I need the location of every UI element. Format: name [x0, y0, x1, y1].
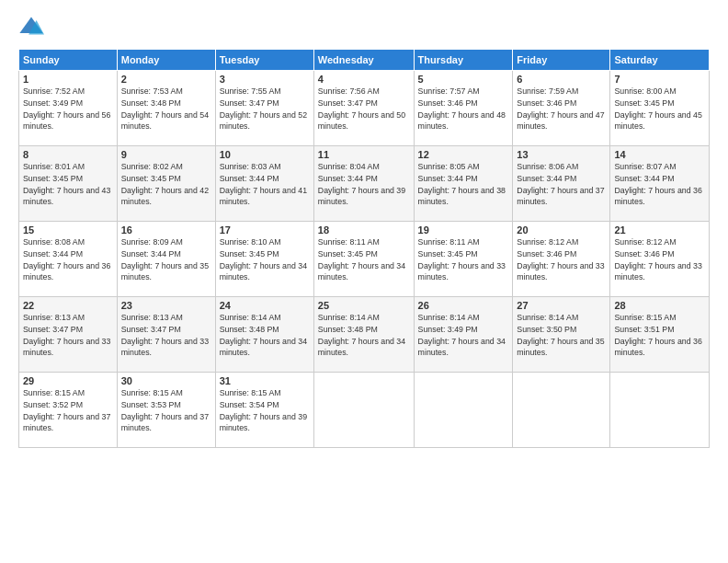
sunrise-label: Sunrise: 7:55 AM	[220, 86, 281, 96]
daylight-label: Daylight: 7 hours and 34 minutes.	[318, 337, 405, 358]
day-info: Sunrise: 8:05 AM Sunset: 3:44 PM Dayligh…	[418, 161, 509, 208]
day-info: Sunrise: 7:56 AM Sunset: 3:47 PM Dayligh…	[318, 86, 410, 132]
day-info: Sunrise: 8:08 AM Sunset: 3:44 PM Dayligh…	[23, 236, 113, 283]
day-number: 5	[418, 74, 509, 85]
day-info: Sunrise: 8:12 AM Sunset: 3:46 PM Dayligh…	[517, 236, 606, 283]
calendar-cell: 6 Sunrise: 7:59 AM Sunset: 3:46 PM Dayli…	[513, 71, 610, 146]
day-info: Sunrise: 8:14 AM Sunset: 3:48 PM Dayligh…	[318, 312, 410, 359]
sunset-label: Sunset: 3:44 PM	[614, 174, 674, 183]
daylight-label: Daylight: 7 hours and 33 minutes.	[121, 337, 209, 358]
sunset-label: Sunset: 3:45 PM	[23, 174, 83, 183]
sunset-label: Sunset: 3:44 PM	[121, 249, 181, 259]
daylight-label: Daylight: 7 hours and 37 minutes.	[121, 412, 209, 433]
day-info: Sunrise: 8:01 AM Sunset: 3:45 PM Dayligh…	[23, 161, 113, 208]
daylight-label: Daylight: 7 hours and 48 minutes.	[418, 110, 506, 132]
sunrise-label: Sunrise: 8:14 AM	[220, 313, 281, 322]
day-info: Sunrise: 7:57 AM Sunset: 3:46 PM Dayligh…	[418, 86, 509, 132]
day-info: Sunrise: 8:00 AM Sunset: 3:45 PM Dayligh…	[614, 86, 705, 132]
daylight-label: Daylight: 7 hours and 39 minutes.	[220, 412, 307, 433]
sunrise-label: Sunrise: 8:08 AM	[23, 237, 85, 247]
daylight-label: Daylight: 7 hours and 35 minutes.	[517, 337, 604, 358]
sunrise-label: Sunrise: 8:06 AM	[517, 162, 578, 171]
sunset-label: Sunset: 3:48 PM	[121, 98, 181, 108]
day-number: 15	[23, 224, 113, 236]
calendar-header-row: SundayMondayTuesdayWednesdayThursdayFrid…	[19, 50, 710, 71]
sunrise-label: Sunrise: 8:12 AM	[517, 237, 578, 247]
day-number: 11	[318, 149, 410, 160]
day-info: Sunrise: 8:06 AM Sunset: 3:44 PM Dayligh…	[517, 161, 606, 208]
calendar-cell: 13 Sunrise: 8:06 AM Sunset: 3:44 PM Dayl…	[513, 146, 610, 222]
calendar-cell: 2 Sunrise: 7:53 AM Sunset: 3:48 PM Dayli…	[117, 71, 215, 146]
sunset-label: Sunset: 3:52 PM	[23, 400, 83, 409]
sunset-label: Sunset: 3:46 PM	[614, 249, 674, 259]
calendar-cell: 31 Sunrise: 8:15 AM Sunset: 3:54 PM Dayl…	[215, 373, 313, 448]
calendar-cell: 24 Sunrise: 8:14 AM Sunset: 3:48 PM Dayl…	[215, 297, 313, 373]
calendar-cell	[610, 373, 710, 448]
sunset-label: Sunset: 3:46 PM	[517, 98, 576, 108]
calendar-cell	[313, 373, 414, 448]
calendar: SundayMondayTuesdayWednesdayThursdayFrid…	[18, 49, 710, 448]
day-info: Sunrise: 8:11 AM Sunset: 3:45 PM Dayligh…	[418, 236, 509, 283]
sunrise-label: Sunrise: 8:14 AM	[517, 313, 578, 322]
day-number: 9	[121, 149, 211, 160]
daylight-label: Daylight: 7 hours and 35 minutes.	[121, 261, 209, 282]
sunset-label: Sunset: 3:48 PM	[220, 325, 279, 334]
sunrise-label: Sunrise: 8:04 AM	[318, 162, 380, 171]
sunset-label: Sunset: 3:47 PM	[23, 325, 83, 334]
sunrise-label: Sunrise: 7:59 AM	[517, 86, 578, 96]
calendar-cell: 17 Sunrise: 8:10 AM Sunset: 3:45 PM Dayl…	[215, 222, 313, 297]
sunrise-label: Sunrise: 8:11 AM	[318, 237, 380, 247]
calendar-cell: 14 Sunrise: 8:07 AM Sunset: 3:44 PM Dayl…	[610, 146, 710, 222]
sunrise-label: Sunrise: 8:11 AM	[418, 237, 480, 247]
day-number: 22	[23, 300, 113, 311]
calendar-cell: 15 Sunrise: 8:08 AM Sunset: 3:44 PM Dayl…	[19, 222, 118, 297]
calendar-header-saturday: Saturday	[610, 50, 710, 71]
calendar-cell: 20 Sunrise: 8:12 AM Sunset: 3:46 PM Dayl…	[513, 222, 610, 297]
day-info: Sunrise: 8:14 AM Sunset: 3:50 PM Dayligh…	[517, 312, 606, 359]
day-number: 21	[614, 224, 705, 236]
daylight-label: Daylight: 7 hours and 34 minutes.	[220, 261, 307, 282]
calendar-week-4: 22 Sunrise: 8:13 AM Sunset: 3:47 PM Dayl…	[19, 297, 710, 373]
day-number: 7	[614, 74, 705, 85]
day-number: 6	[517, 74, 606, 85]
day-number: 8	[23, 149, 113, 160]
day-number: 28	[614, 300, 705, 311]
sunrise-label: Sunrise: 8:15 AM	[614, 313, 676, 322]
sunrise-label: Sunrise: 8:07 AM	[614, 162, 676, 171]
sunrise-label: Sunrise: 8:09 AM	[121, 237, 183, 247]
sunset-label: Sunset: 3:45 PM	[418, 249, 478, 259]
calendar-header-friday: Friday	[513, 50, 610, 71]
daylight-label: Daylight: 7 hours and 43 minutes.	[23, 186, 110, 207]
day-number: 10	[220, 149, 310, 160]
header	[18, 14, 710, 40]
calendar-cell	[513, 373, 610, 448]
sunset-label: Sunset: 3:53 PM	[121, 400, 181, 409]
sunset-label: Sunset: 3:49 PM	[418, 325, 478, 334]
sunset-label: Sunset: 3:46 PM	[517, 249, 576, 259]
calendar-header-thursday: Thursday	[414, 50, 513, 71]
calendar-cell: 9 Sunrise: 8:02 AM Sunset: 3:45 PM Dayli…	[117, 146, 215, 222]
sunrise-label: Sunrise: 8:10 AM	[220, 237, 281, 247]
daylight-label: Daylight: 7 hours and 38 minutes.	[418, 186, 506, 207]
day-info: Sunrise: 8:09 AM Sunset: 3:44 PM Dayligh…	[121, 236, 211, 283]
sunset-label: Sunset: 3:45 PM	[318, 249, 378, 259]
calendar-cell: 4 Sunrise: 7:56 AM Sunset: 3:47 PM Dayli…	[313, 71, 414, 146]
day-number: 29	[23, 375, 113, 386]
day-number: 31	[220, 375, 310, 386]
calendar-cell: 7 Sunrise: 8:00 AM Sunset: 3:45 PM Dayli…	[610, 71, 710, 146]
sunset-label: Sunset: 3:44 PM	[23, 249, 83, 259]
day-number: 20	[517, 224, 606, 236]
day-number: 24	[220, 300, 310, 311]
calendar-header-monday: Monday	[117, 50, 215, 71]
daylight-label: Daylight: 7 hours and 37 minutes.	[517, 186, 604, 207]
sunrise-label: Sunrise: 8:14 AM	[418, 313, 480, 322]
sunrise-label: Sunrise: 8:12 AM	[614, 237, 676, 247]
day-info: Sunrise: 8:13 AM Sunset: 3:47 PM Dayligh…	[23, 312, 113, 359]
sunset-label: Sunset: 3:45 PM	[220, 249, 279, 259]
sunrise-label: Sunrise: 8:14 AM	[318, 313, 380, 322]
daylight-label: Daylight: 7 hours and 42 minutes.	[121, 186, 209, 207]
sunrise-label: Sunrise: 8:13 AM	[23, 313, 85, 322]
daylight-label: Daylight: 7 hours and 36 minutes.	[614, 337, 701, 358]
day-info: Sunrise: 8:15 AM Sunset: 3:53 PM Dayligh…	[121, 387, 211, 434]
sunrise-label: Sunrise: 8:02 AM	[121, 162, 183, 171]
